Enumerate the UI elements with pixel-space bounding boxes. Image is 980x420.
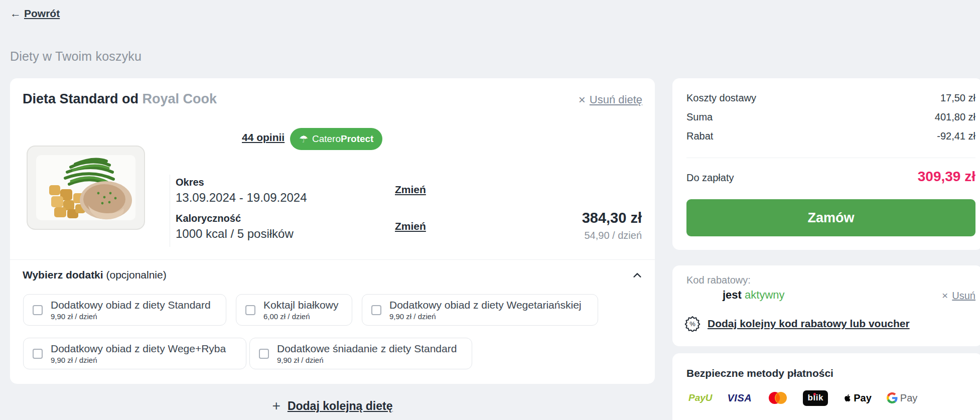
chevron-up-icon[interactable] <box>632 270 643 281</box>
change-period-button[interactable]: Zmień <box>395 184 426 196</box>
diet-name: Dieta Standard od <box>23 91 138 106</box>
apple-pay-icon: Pay <box>843 392 872 404</box>
page-title: Diety w Twoim koszyku <box>10 49 142 64</box>
calories-value: 1000 kcal / 5 posiłków <box>176 227 294 241</box>
visa-icon: VISA <box>728 392 752 404</box>
summary-row: Koszty dostawy 17,50 zł <box>686 92 975 104</box>
umbrella-icon: ☂ <box>299 133 308 145</box>
addon-price: 6,00 zł / dzień <box>263 312 338 321</box>
reviews-link[interactable]: 44 opinii <box>242 131 285 144</box>
details-divider <box>170 175 170 247</box>
addon-name: Dodatkowy obiad z diety Standard <box>51 299 211 311</box>
mastercard-icon <box>767 391 788 405</box>
period-label: Okres <box>176 177 204 188</box>
order-summary-panel: Koszty dostawy 17,50 zł Suma 401,80 zł R… <box>672 78 980 250</box>
back-arrow-icon: ← <box>10 7 21 20</box>
payments-title: Bezpieczne metody płatności <box>686 367 833 379</box>
addon-price: 9,90 zł / dzień <box>389 312 581 321</box>
summary-row: Rabat -92,41 zł <box>686 130 975 142</box>
addon-name: Dodatkowe śniadanie z diety Standard <box>277 343 457 355</box>
calories-label: Kaloryczność <box>176 213 241 224</box>
addon-card[interactable]: Dodatkowe śniadanie z diety Standard 9,9… <box>249 338 472 369</box>
total-row: Do zapłaty 309,39 zł <box>686 169 975 185</box>
blik-dot <box>813 393 816 395</box>
card-divider <box>10 259 655 260</box>
summary-value: 401,80 zł <box>935 111 975 123</box>
change-calories-button[interactable]: Zmień <box>395 220 426 232</box>
promo-status: jest aktywny <box>723 289 785 302</box>
add-promo-label: Dodaj kolejny kod rabatowy lub voucher <box>708 318 910 330</box>
payments-row: PayU VISA blik Pay <box>688 389 917 406</box>
addon-name: Dodatkowy obiad z diety Wege+Ryba <box>51 343 226 355</box>
remove-diet-label: Usuń dietę <box>590 93 642 106</box>
diet-card-title: Dieta Standard od Royal Cook <box>23 91 217 107</box>
remove-promo-button[interactable]: × Usuń <box>942 290 975 302</box>
percent-badge-icon: % <box>684 316 701 332</box>
payment-methods-panel: Bezpieczne metody płatności PayU VISA bl… <box>672 353 980 420</box>
period-value: 13.09.2024 - 19.09.2024 <box>176 191 307 205</box>
addon-checkbox[interactable] <box>33 349 43 359</box>
addon-price: 9,90 zł / dzień <box>51 312 211 321</box>
payu-icon: PayU <box>688 392 713 403</box>
addon-card[interactable]: Dodatkowy obiad z diety Wegetariańskiej … <box>362 294 598 326</box>
svg-text:%: % <box>689 320 695 328</box>
addon-checkbox[interactable] <box>33 305 43 315</box>
add-diet-row: + Dodaj kolejną dietę <box>10 398 655 414</box>
addon-price: 9,90 zł / dzień <box>51 356 226 364</box>
addon-price: 9,90 zł / dzień <box>277 356 457 364</box>
back-link[interactable]: ← Powrót <box>10 7 60 20</box>
vendor-name: Royal Cook <box>143 91 217 106</box>
add-diet-button[interactable]: + Dodaj kolejną dietę <box>272 398 393 414</box>
addon-name: Koktajl białkowy <box>263 299 338 311</box>
meal-photo-graphic <box>23 141 149 234</box>
plus-icon: + <box>272 398 281 414</box>
promo-status-word: aktywny <box>745 289 784 301</box>
summary-label: Koszty dostawy <box>686 92 756 104</box>
addon-card[interactable]: Dodatkowy obiad z diety Standard 9,90 zł… <box>23 294 226 326</box>
summary-value: 17,50 zł <box>940 92 975 104</box>
summary-value: -92,41 zł <box>937 130 975 142</box>
total-label: Do zapłaty <box>686 172 734 184</box>
catero-protect-badge: ☂ CateroProtect <box>290 128 382 150</box>
meal-photo <box>23 141 149 234</box>
promo-code-panel: Kod rabatowy: jest aktywny × Usuń % Doda… <box>672 265 980 346</box>
google-pay-icon: Pay <box>887 392 917 404</box>
addon-name: Dodatkowy obiad z diety Wegetariańskiej <box>389 299 581 311</box>
summary-divider <box>686 158 975 158</box>
diet-price-total: 384,30 zł <box>582 210 642 226</box>
addon-checkbox[interactable] <box>245 305 255 315</box>
total-value: 309,39 zł <box>918 169 975 185</box>
addon-checkbox[interactable] <box>259 349 269 359</box>
add-diet-label: Dodaj kolejną dietę <box>288 399 393 413</box>
back-link-label: Powrót <box>24 8 60 20</box>
add-promo-button[interactable]: % Dodaj kolejny kod rabatowy lub voucher <box>684 316 910 332</box>
summary-label: Rabat <box>686 130 713 142</box>
summary-row: Suma 401,80 zł <box>686 111 975 123</box>
blik-icon: blik <box>803 390 828 406</box>
addons-section-label: Wybierz dodatki (opcjonalnie) <box>23 269 167 281</box>
remove-promo-label: Usuń <box>952 290 975 302</box>
summary-label: Suma <box>686 111 713 123</box>
protect-badge-label: CateroProtect <box>312 133 374 145</box>
diet-price-per-day: 54,90 / dzień <box>584 230 642 241</box>
order-button[interactable]: Zamów <box>686 199 975 236</box>
addon-card[interactable]: Koktajl białkowy 6,00 zł / dzień <box>236 294 352 326</box>
addon-card[interactable]: Dodatkowy obiad z diety Wege+Ryba 9,90 z… <box>23 338 246 369</box>
close-icon: × <box>579 94 586 106</box>
promo-code-word: jest <box>723 289 742 301</box>
promo-label: Kod rabatowy: <box>686 274 751 286</box>
diet-card: Dieta Standard od Royal Cook × Usuń diet… <box>10 78 655 384</box>
remove-diet-button[interactable]: × Usuń dietę <box>579 93 642 106</box>
checkout-page: ← Powrót Diety w Twoim koszyku Dieta Sta… <box>0 0 980 420</box>
addon-checkbox[interactable] <box>371 305 381 315</box>
close-icon: × <box>942 290 948 302</box>
